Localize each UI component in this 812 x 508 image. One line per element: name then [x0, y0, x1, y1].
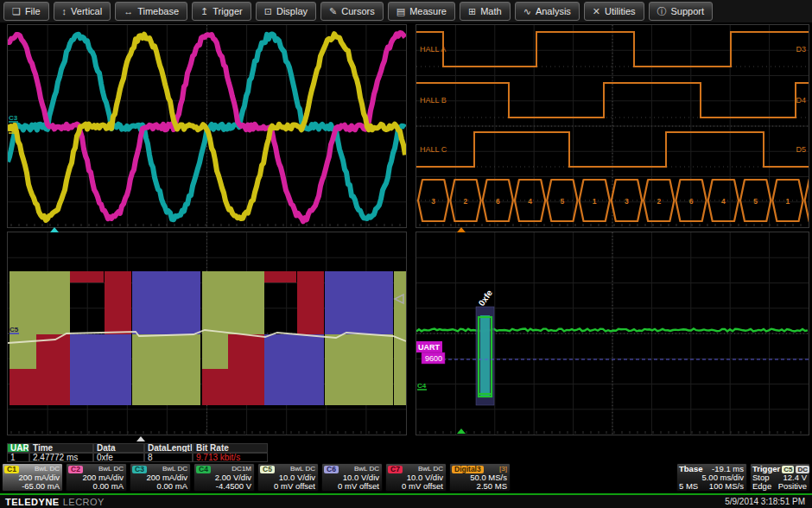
pwm-block-olive — [132, 334, 200, 405]
brand-lecroy: LECROY — [63, 497, 105, 507]
menu-math-button[interactable]: ⊞Math — [460, 2, 511, 21]
channel-descriptor-c2[interactable]: C2BwL DC200 mA/div0.00 mA — [66, 463, 127, 492]
menu-support-button[interactable]: ⓘSupport — [649, 2, 714, 21]
menu-file-button[interactable]: ❏File — [3, 2, 49, 21]
uart-col-bitrate: Bit Rate — [193, 443, 268, 453]
digital-line-label-d5: D5 — [796, 145, 806, 154]
channel-descriptor-c1[interactable]: C1BwL DC200 mA/div-65.00 mA — [2, 463, 63, 492]
offset-value: -4.4500 V — [196, 482, 251, 491]
pwm-block-olive — [394, 334, 406, 405]
horizontal-arrows-icon: ↔ — [124, 7, 133, 16]
menu-label: Analysis — [536, 6, 571, 16]
bus-value: 2 — [657, 197, 661, 206]
trigger-slope: Positive — [778, 482, 807, 491]
pwm-block-red — [264, 271, 296, 283]
uart-time-value: 2.47772 ms — [29, 453, 93, 462]
channel-descriptor-digital3[interactable]: Digital3[3]50.0 MS/s2.50 MS — [449, 463, 511, 492]
uart-data-value: 0xfe — [93, 453, 144, 462]
pwm-block-red — [36, 334, 70, 405]
uart-col-time: Time — [29, 443, 93, 453]
pwm-block-blue — [264, 334, 324, 405]
teledyne-lecroy-logo: TELEDYNELECROY — [5, 497, 105, 507]
bus-value: 1 — [786, 197, 790, 206]
bus-value: 5 — [753, 197, 758, 206]
cursor-pencil-icon: ✎ — [329, 7, 337, 16]
channel-descriptor-strip: C1BwL DC200 mA/div-65.00 mAC2BwL DC200 m… — [2, 463, 810, 492]
grid-panel-phase-voltages[interactable]: C5 — [7, 232, 407, 435]
trigger-type: Edge — [752, 482, 771, 491]
menu-label: File — [25, 6, 41, 16]
offset-value: 0 mV offset — [260, 482, 315, 491]
menu-cursors-button[interactable]: ✎Cursors — [320, 2, 384, 21]
pwm-block-red — [70, 271, 104, 283]
bus-value: 1 — [593, 197, 597, 206]
trigger-descriptor[interactable]: TriggerC5DC Stop12.4 V EdgePositive — [750, 463, 810, 492]
grid-panel-hall-digital[interactable]: HALL AD3HALL BD4HALL CD5326451326451 — [416, 24, 809, 228]
uart-decode-table: UART Time Data DataLength Bit Rate 1 2.4… — [7, 443, 268, 462]
trigger-edge-icon: ↥ — [200, 7, 208, 16]
pwm-block-olive — [325, 334, 393, 405]
c3-chip: C3 — [132, 466, 147, 473]
tbase-samples: 5 MS — [679, 482, 698, 491]
menu-label: Display — [276, 6, 308, 16]
table-position-marker-white — [136, 436, 145, 441]
channel-marker-c3: C3 — [9, 114, 18, 122]
pwm-block-olive — [394, 271, 406, 334]
menu-label: Utilities — [605, 6, 635, 16]
uart-baudrate-value: 9600 — [425, 354, 442, 363]
menu-analysis-button[interactable]: ∿Analysis — [515, 2, 580, 21]
bus-value: 4 — [528, 197, 532, 206]
uart-col-data: Data — [93, 443, 144, 453]
menu-utilities-button[interactable]: ✕Utilities — [584, 2, 644, 21]
bus-value: 6 — [689, 197, 694, 206]
offset-value: 0 mV offset — [388, 482, 443, 491]
menu-label: Support — [671, 6, 705, 16]
menu-timebase-button[interactable]: ↔Timebase — [115, 2, 187, 21]
channel-descriptor-c5[interactable]: C5BwL DC10.0 V/div0 mV offset — [257, 463, 319, 492]
timebase-descriptor[interactable]: Tbase-19.1 ms 5.00 ms/div 5 MS100 MS/s — [676, 463, 747, 492]
ruler-icon: ▤ — [396, 7, 405, 16]
c5-chip: C5 — [260, 466, 275, 473]
oscilloscope-screen: ❏File↕Vertical↔Timebase↥Trigger⊡Display✎… — [0, 0, 812, 508]
uart-bitrate-value: 9.713 kbit/s — [193, 453, 268, 462]
tbase-rate: 100 MS/s — [709, 482, 744, 491]
pwm-block-olive — [202, 271, 264, 334]
pwm-block-olive — [10, 334, 36, 372]
pwm-block-red — [228, 334, 264, 405]
menu-trigger-button[interactable]: ↥Trigger — [192, 2, 251, 21]
menu-label: Measure — [409, 6, 447, 16]
decode-inner-fill — [480, 315, 490, 397]
calculator-icon: ⊞ — [468, 7, 476, 16]
menu-vertical-button[interactable]: ↕Vertical — [54, 2, 111, 21]
c2-chip: C2 — [68, 466, 83, 473]
uart-row-index: 1 — [7, 453, 29, 462]
trigger-position-marker-cyan[interactable] — [50, 227, 59, 232]
channel-descriptor-c6[interactable]: C6BwL DC10.0 V/div0 mV offset — [321, 463, 383, 492]
channel-marker-c1: C1 — [9, 125, 18, 133]
trigger-position-marker-green[interactable] — [457, 429, 466, 434]
menu-measure-button[interactable]: ▤Measure — [388, 2, 455, 21]
info-icon: ⓘ — [657, 7, 667, 16]
tools-icon: ✕ — [593, 7, 600, 16]
grid-panel-phase-currents[interactable]: C3C1 — [7, 24, 407, 228]
pwm-block-red — [105, 271, 131, 334]
trigger-position-marker-orange[interactable] — [457, 227, 466, 232]
c7-chip: C7 — [388, 466, 403, 473]
tbase-label: Tbase — [679, 465, 702, 473]
menu-label: Timebase — [137, 6, 179, 16]
bus-value: 3 — [625, 197, 629, 206]
bus-value: 4 — [721, 197, 726, 206]
channel-descriptor-c4[interactable]: C4DC1M2.00 V/div-4.4500 V — [193, 463, 255, 492]
pwm-block-blue — [70, 334, 131, 405]
menu-label: Trigger — [213, 6, 242, 16]
offset-value: 2.50 MS — [452, 482, 507, 491]
offset-value: -65.00 mA — [4, 482, 60, 491]
digital-line-label-d4: D4 — [796, 96, 806, 105]
channel-descriptor-c3[interactable]: C3BwL DC200 mA/div0.00 mA — [130, 463, 191, 492]
channel-descriptor-c7[interactable]: C7BwL DC10.0 V/div0 mV offset — [385, 463, 447, 492]
grid-panel-uart-decode[interactable]: 0xfeUART9600C4 — [416, 232, 809, 435]
pwm-block-blue — [325, 271, 393, 334]
c4-chip: C4 — [196, 466, 211, 473]
menu-display-button[interactable]: ⊡Display — [256, 2, 316, 21]
uart-table-row[interactable]: 1 2.47772 ms 0xfe 8 9.713 kbit/s — [7, 453, 268, 462]
